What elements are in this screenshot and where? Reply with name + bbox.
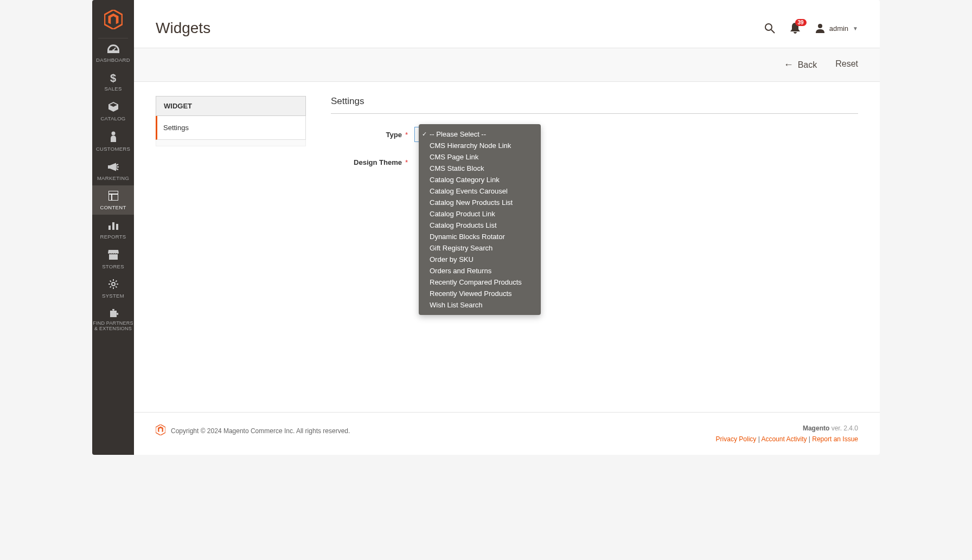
type-dropdown[interactable]: -- Please Select --CMS Hierarchy Node Li… <box>419 124 541 315</box>
layout-icon <box>92 191 134 202</box>
nav-system[interactable]: SYSTEM <box>92 274 134 303</box>
type-option[interactable]: CMS Page Link <box>419 151 541 163</box>
type-option[interactable]: Wish List Search <box>419 299 541 311</box>
nav-label: CUSTOMERS <box>92 146 134 152</box>
label-text: Type <box>386 131 402 139</box>
svg-rect-7 <box>112 222 114 230</box>
megaphone-icon <box>92 162 134 173</box>
svg-line-13 <box>771 30 775 33</box>
nav-dashboard[interactable]: DASHBOARD <box>92 38 134 67</box>
nav-customers[interactable]: CUSTOMERS <box>92 126 134 156</box>
topbar: Widgets 39 admin ▼ <box>134 0 880 48</box>
privacy-link[interactable]: Privacy Policy <box>716 435 757 443</box>
svg-point-10 <box>112 309 114 311</box>
caret-down-icon: ▼ <box>853 25 858 31</box>
panel-spacer <box>156 140 306 146</box>
type-option[interactable]: Catalog Category Link <box>419 174 541 185</box>
nav-label: STORES <box>92 263 134 269</box>
nav-label: SALES <box>92 86 134 92</box>
nav-label: CONTENT <box>92 204 134 210</box>
type-option[interactable]: Orders and Returns <box>419 265 541 276</box>
back-label: Back <box>798 60 817 70</box>
person-icon <box>92 131 134 144</box>
user-menu[interactable]: admin ▼ <box>815 23 858 33</box>
report-link[interactable]: Report an Issue <box>812 435 858 443</box>
svg-point-2 <box>111 132 115 136</box>
footer-left: Copyright © 2024 Magento Commerce Inc. A… <box>156 424 350 437</box>
copyright: Copyright © 2024 Magento Commerce Inc. A… <box>171 427 350 435</box>
type-option[interactable]: Recently Compared Products <box>419 276 541 288</box>
type-option[interactable]: CMS Static Block <box>419 163 541 174</box>
arrow-left-icon: ← <box>784 59 794 70</box>
label-type: Type* <box>331 131 408 139</box>
brand: Magento <box>803 424 829 432</box>
required-star: * <box>405 158 408 166</box>
nav-sales[interactable]: $ SALES <box>92 67 134 96</box>
svg-point-12 <box>765 24 772 30</box>
row-design-theme: Design Theme* <box>331 158 858 166</box>
user-name: admin <box>829 24 848 33</box>
svg-rect-6 <box>108 226 111 230</box>
svg-rect-3 <box>108 191 118 201</box>
footer: Copyright © 2024 Magento Commerce Inc. A… <box>134 412 880 455</box>
widget-tabs: WIDGET Settings <box>156 96 306 412</box>
page-title: Widgets <box>156 20 210 37</box>
type-option[interactable]: Catalog Product Link <box>419 208 541 220</box>
type-option[interactable]: Catalog Products List <box>419 220 541 231</box>
svg-point-14 <box>818 24 822 28</box>
activity-link[interactable]: Account Activity <box>761 435 807 443</box>
nav-label: MARKETING <box>92 175 134 181</box>
svg-point-9 <box>112 282 115 286</box>
nav-label: FIND PARTNERS <box>92 320 134 326</box>
svg-line-1 <box>113 48 116 50</box>
main-content: Widgets 39 admin ▼ ← Back Reset <box>134 0 880 455</box>
type-option[interactable]: Order by SKU <box>419 254 541 265</box>
tab-settings[interactable]: Settings <box>156 116 306 140</box>
admin-sidebar: DASHBOARD $ SALES CATALOG CUSTOMERS MARK… <box>92 0 134 455</box>
nav-marketing[interactable]: MARKETING <box>92 157 134 185</box>
user-icon <box>815 23 825 33</box>
puzzle-icon <box>92 309 134 320</box>
notification-badge: 39 <box>795 19 807 26</box>
required-star: * <box>405 131 408 139</box>
type-option[interactable]: Recently Viewed Products <box>419 288 541 299</box>
type-option[interactable]: CMS Hierarchy Node Link <box>419 140 541 151</box>
search-icon[interactable] <box>764 23 775 34</box>
nav-label: & EXTENSIONS <box>92 326 134 332</box>
bars-icon <box>92 220 134 231</box>
nav-catalog[interactable]: CATALOG <box>92 96 134 126</box>
type-option[interactable]: Gift Registry Search <box>419 242 541 254</box>
action-strip: ← Back Reset <box>134 48 880 82</box>
top-actions: 39 admin ▼ <box>764 23 858 34</box>
svg-point-11 <box>117 313 118 315</box>
nav-stores[interactable]: STORES <box>92 244 134 274</box>
logo[interactable] <box>98 0 128 38</box>
svg-rect-8 <box>116 224 118 230</box>
nav-partners[interactable]: FIND PARTNERS & EXTENSIONS <box>92 304 134 337</box>
nav-label: REPORTS <box>92 234 134 240</box>
main-area: WIDGET Settings Settings Type* Design Th… <box>134 82 880 412</box>
panel-header: WIDGET <box>156 96 306 116</box>
nav-reports[interactable]: REPORTS <box>92 215 134 244</box>
dollar-icon: $ <box>92 73 134 83</box>
nav-label: CATALOG <box>92 115 134 121</box>
nav-content[interactable]: CONTENT <box>92 185 134 215</box>
nav-label: DASHBOARD <box>92 57 134 63</box>
magento-logo-icon <box>156 424 165 437</box>
type-option[interactable]: Catalog New Products List <box>419 197 541 208</box>
label-text: Design Theme <box>354 158 402 166</box>
nav-label: SYSTEM <box>92 293 134 299</box>
footer-right: Magento ver. 2.4.0 Privacy Policy | Acco… <box>716 424 858 443</box>
form-area: Settings Type* Design Theme* -- Please S… <box>331 96 858 412</box>
notifications-button[interactable]: 39 <box>790 23 800 34</box>
type-option[interactable]: Catalog Events Carousel <box>419 185 541 197</box>
gear-icon <box>92 279 134 291</box>
back-button[interactable]: ← Back <box>784 59 817 70</box>
type-option[interactable]: -- Please Select -- <box>419 128 541 140</box>
reset-button[interactable]: Reset <box>835 59 858 70</box>
box-icon <box>92 102 134 113</box>
label-design-theme: Design Theme* <box>331 158 408 166</box>
section-title: Settings <box>331 96 858 114</box>
type-option[interactable]: Dynamic Blocks Rotator <box>419 231 541 242</box>
row-type: Type* <box>331 127 858 142</box>
